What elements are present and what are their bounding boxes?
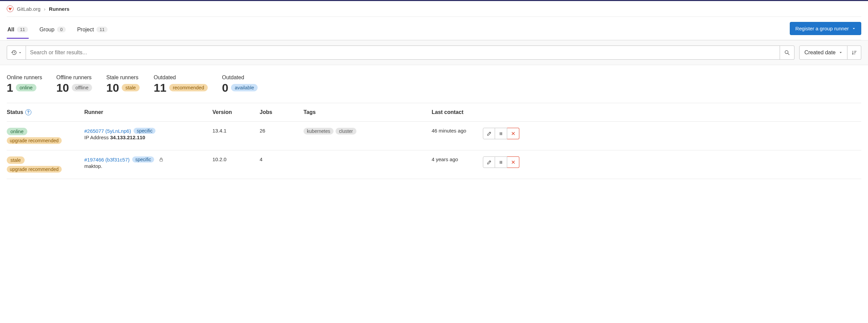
status-badge: stale bbox=[7, 156, 25, 164]
stat-value: 1 bbox=[7, 82, 13, 93]
tab-group[interactable]: Group 0 bbox=[39, 23, 66, 39]
cell-jobs: 4 bbox=[260, 156, 303, 162]
runner-link[interactable]: #265077 (5yLnLnp6) bbox=[84, 128, 131, 134]
th-last: Last contact bbox=[432, 109, 479, 115]
chevron-down-icon bbox=[839, 51, 842, 54]
cell-tags: kubernetescluster bbox=[303, 128, 432, 135]
chevron-down-icon bbox=[852, 27, 856, 30]
breadcrumb-current: Runners bbox=[49, 6, 69, 12]
cell-last-contact: 46 minutes ago bbox=[432, 128, 479, 134]
tab-count: 0 bbox=[57, 27, 65, 32]
tab-all[interactable]: All 11 bbox=[7, 23, 29, 39]
status-badge: recommended bbox=[169, 84, 208, 91]
th-tags: Tags bbox=[303, 109, 432, 115]
type-badge: specific bbox=[132, 156, 154, 163]
pause-button[interactable] bbox=[495, 128, 507, 139]
gitlab-logo-icon bbox=[7, 5, 13, 12]
status-badge: online bbox=[16, 84, 36, 91]
pencil-icon bbox=[487, 160, 492, 165]
runner-table: Status ? Runner Version Jobs Tags Last c… bbox=[7, 103, 861, 179]
tab-label: Group bbox=[39, 27, 54, 33]
table-row: stale upgrade recommended #197466 (b3f31… bbox=[7, 150, 861, 179]
close-icon bbox=[511, 131, 516, 136]
stat-label: Outdated bbox=[154, 75, 208, 81]
stat-label: Offline runners bbox=[56, 75, 92, 81]
pause-button[interactable] bbox=[495, 156, 507, 168]
table-row: online upgrade recommended #265077 (5yLn… bbox=[7, 122, 861, 150]
table-header: Status ? Runner Version Jobs Tags Last c… bbox=[7, 103, 861, 122]
type-badge: specific bbox=[134, 128, 155, 134]
edit-button[interactable] bbox=[483, 156, 495, 168]
stat-label: Stale runners bbox=[106, 75, 139, 81]
stat-label: Online runners bbox=[7, 75, 42, 81]
search-button[interactable] bbox=[780, 46, 794, 60]
th-status: Status bbox=[7, 109, 23, 115]
filter-bar: Created date bbox=[0, 40, 868, 65]
edit-button[interactable] bbox=[483, 128, 495, 139]
status-badge: available bbox=[231, 84, 258, 91]
tag-badge: kubernetes bbox=[303, 128, 334, 135]
search-icon bbox=[784, 50, 790, 56]
history-icon bbox=[11, 50, 17, 56]
delete-button[interactable] bbox=[507, 128, 519, 139]
sort-label: Created date bbox=[804, 50, 836, 56]
sort-direction-button[interactable] bbox=[847, 46, 861, 60]
stat-value: 11 bbox=[154, 82, 167, 93]
th-jobs: Jobs bbox=[260, 109, 303, 115]
search-history-button[interactable] bbox=[7, 46, 26, 60]
tag-badge: cluster bbox=[336, 128, 356, 135]
tab-project[interactable]: Project 11 bbox=[77, 23, 108, 39]
cell-version: 13.4.1 bbox=[212, 128, 260, 134]
status-badge: offline bbox=[72, 84, 92, 91]
stat-value: 0 bbox=[222, 82, 228, 93]
close-icon bbox=[511, 160, 516, 165]
stat-value: 10 bbox=[106, 82, 119, 93]
status-badge: online bbox=[7, 128, 27, 135]
pencil-icon bbox=[487, 131, 492, 136]
cell-version: 10.2.0 bbox=[212, 156, 260, 162]
help-icon[interactable]: ? bbox=[25, 109, 31, 115]
upgrade-badge: upgrade recommended bbox=[7, 166, 62, 173]
stats-row: Online runners 1 online Offline runners … bbox=[7, 65, 861, 103]
cell-last-contact: 4 years ago bbox=[432, 156, 479, 162]
breadcrumb-root[interactable]: GitLab.org bbox=[17, 6, 40, 12]
th-version: Version bbox=[212, 109, 260, 115]
breadcrumb: GitLab.org › Runners bbox=[7, 1, 861, 17]
runner-link[interactable]: #197466 (b3f31c57) bbox=[84, 157, 129, 163]
lock-icon bbox=[159, 157, 164, 162]
pause-icon bbox=[499, 160, 503, 165]
status-badge: stale bbox=[122, 84, 140, 91]
register-label: Register a group runner bbox=[795, 26, 849, 31]
register-group-runner-button[interactable]: Register a group runner bbox=[790, 22, 861, 35]
tab-count: 11 bbox=[96, 27, 107, 32]
pause-icon bbox=[499, 131, 503, 136]
sort-select[interactable]: Created date bbox=[799, 46, 847, 60]
svg-rect-2 bbox=[160, 159, 163, 161]
tabs: All 11 Group 0 Project 11 bbox=[7, 23, 108, 39]
runner-subtext: maktop. bbox=[84, 163, 212, 169]
runner-subtext: IP Address 34.133.212.110 bbox=[84, 135, 212, 140]
svg-line-1 bbox=[788, 53, 790, 55]
chevron-down-icon bbox=[19, 51, 22, 54]
stat-value: 10 bbox=[56, 82, 69, 93]
stat-label: Outdated bbox=[222, 75, 258, 81]
tab-count: 11 bbox=[17, 27, 28, 32]
th-runner: Runner bbox=[84, 109, 212, 115]
svg-point-0 bbox=[785, 51, 788, 54]
sort-desc-icon bbox=[851, 50, 857, 55]
tab-label: Project bbox=[77, 27, 94, 33]
search-input[interactable] bbox=[26, 46, 780, 60]
upgrade-badge: upgrade recommended bbox=[7, 137, 62, 144]
delete-button[interactable] bbox=[507, 156, 519, 168]
chevron-right-icon: › bbox=[44, 6, 46, 12]
tab-label: All bbox=[7, 27, 14, 33]
cell-jobs: 26 bbox=[260, 128, 303, 134]
